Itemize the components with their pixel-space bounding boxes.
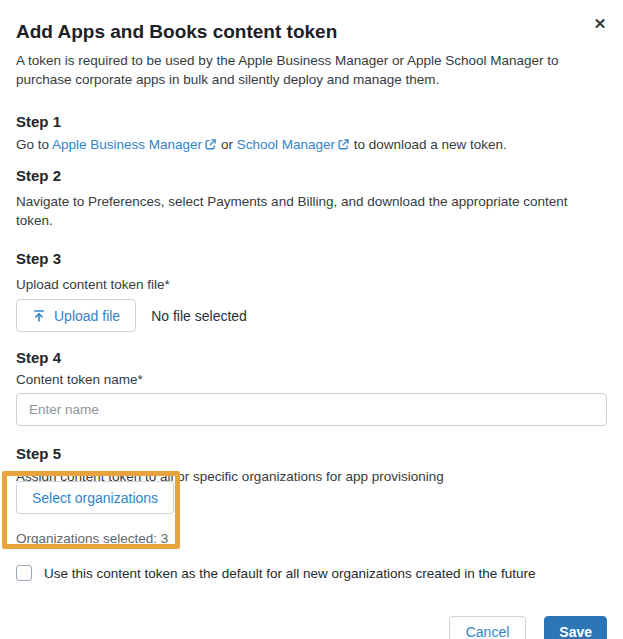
default-token-checkbox-label: Use this content token as the default fo… (44, 566, 536, 581)
upload-file-button[interactable]: Upload file (16, 299, 136, 332)
default-token-checkbox-row: Use this content token as the default fo… (16, 565, 607, 581)
step-3-section: Step 3 Upload content token file* Upload… (16, 250, 607, 332)
step-1-heading: Step 1 (16, 113, 607, 131)
step-2-text: Navigate to Preferences, select Payments… (16, 192, 607, 230)
step-4-heading: Step 4 (16, 349, 607, 367)
step-5-section: Step 5 Assign content token to all or sp… (16, 445, 607, 548)
apple-business-manager-link-label: Apple Business Manager (52, 137, 202, 152)
step-3-heading: Step 3 (16, 250, 607, 268)
school-manager-link-label: School Manager (237, 137, 335, 152)
step-2-section: Step 2 Navigate to Preferences, select P… (16, 167, 607, 230)
step-1-text: Go to Apple Business Manager or School M… (16, 135, 607, 154)
add-content-token-dialog: ✕ Add Apps and Books content token A tok… (0, 0, 623, 639)
upload-row: Upload file No file selected (16, 299, 607, 332)
file-status-text: No file selected (151, 308, 247, 324)
organizations-selected-text: Organizations selected: 3 (16, 529, 607, 548)
dialog-title: Add Apps and Books content token (16, 0, 607, 44)
step-4-section: Step 4 Content token name* (16, 349, 607, 426)
step-5-heading: Step 5 (16, 445, 607, 463)
apple-business-manager-link[interactable]: Apple Business Manager (52, 137, 217, 152)
select-organizations-button-label: Select organizations (32, 490, 158, 506)
step-1-text-middle: or (217, 137, 237, 152)
dialog-description: A token is required to be used by the Ap… (16, 51, 582, 89)
cancel-button[interactable]: Cancel (449, 616, 527, 639)
upload-icon (32, 309, 46, 323)
step-1-text-prefix: Go to (16, 137, 52, 152)
step-1-text-suffix: to download a new token. (350, 137, 507, 152)
token-name-input[interactable] (16, 393, 607, 426)
external-link-icon (337, 138, 350, 151)
step-2-heading: Step 2 (16, 167, 607, 185)
step-1-section: Step 1 Go to Apple Business Manager or S… (16, 113, 607, 154)
default-token-checkbox[interactable] (16, 565, 32, 581)
select-organizations-button[interactable]: Select organizations (16, 481, 174, 514)
save-button[interactable]: Save (544, 616, 607, 639)
external-link-icon (204, 138, 217, 151)
step-5-actions: Select organizations Organizations selec… (16, 481, 607, 548)
upload-file-label: Upload content token file* (16, 275, 607, 294)
school-manager-link[interactable]: School Manager (237, 137, 350, 152)
dialog-footer: Cancel Save (16, 616, 607, 639)
upload-file-button-label: Upload file (54, 308, 120, 324)
close-icon[interactable]: ✕ (590, 14, 610, 34)
token-name-label: Content token name* (16, 370, 607, 389)
